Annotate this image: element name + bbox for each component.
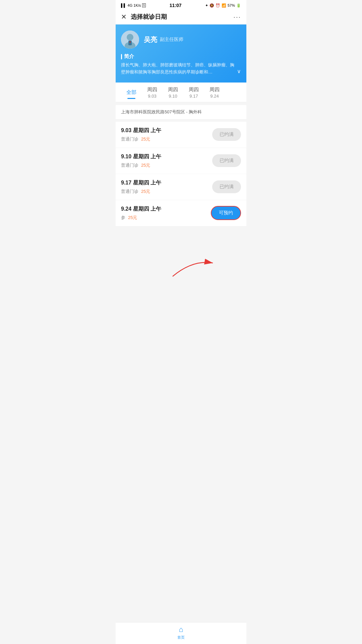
bottom-navigation: ⌂ 首页 <box>116 622 246 644</box>
expand-icon[interactable]: ∨ <box>237 67 241 76</box>
arrow-svg <box>166 256 220 280</box>
appointment-type-2: 普通门诊 25元 <box>121 162 212 168</box>
doctor-name-title: 吴亮 副主任医师 <box>144 35 183 44</box>
avatar-svg <box>121 31 139 49</box>
hospital-name: 上海市肺科医院政民路507号院区 - 胸外科 <box>121 109 202 114</box>
avatar-placeholder <box>121 31 139 49</box>
appointment-type-label-1: 普通门诊 <box>121 136 138 142</box>
network-type: 4G 1K/s <box>128 3 141 7</box>
appointment-type-3: 普通门诊 25元 <box>121 189 212 195</box>
home-nav-item[interactable]: ⌂ 首页 <box>177 625 185 640</box>
appointment-type-label-4: 参 <box>121 215 125 221</box>
tab-all[interactable]: 全部 <box>121 85 142 99</box>
battery-icon: 🔋 <box>236 3 241 8</box>
tab-thu-910-date: 9.10 <box>169 94 177 99</box>
tab-thu-910-weekday: 周四 <box>168 87 178 93</box>
intro-section: 简介 擅长气胸、肺大疱、肺部磨玻璃结节、肺癌、纵膈肿瘤、胸壁肿瘤和脓胸等胸部良恶… <box>121 53 241 76</box>
booked-button-2: 已约满 <box>212 154 241 167</box>
status-left: ▌▌ 4G 1K/s 🅂 <box>121 3 146 7</box>
appointment-type-4: 参 25元 <box>121 215 211 221</box>
appointment-item-4: 9.24 星期四 上午 参 25元 可预约 <box>116 200 246 226</box>
date-tabs: 全部 周四 9.03 周四 9.10 周四 9.17 周四 9.24 <box>116 83 246 102</box>
home-label: 首页 <box>177 635 185 640</box>
nav-bar: ✕ 选择就诊日期 ··· <box>116 9 246 24</box>
status-right: ✦ 🔕 ⏰ 📶 57% 🔋 <box>205 3 241 8</box>
appointment-item-2: 9.10 星期四 上午 普通门诊 25元 已约满 <box>116 148 246 174</box>
sim-icon: 🅂 <box>142 3 146 7</box>
available-button-4[interactable]: 可预约 <box>211 206 241 220</box>
appointment-price-2: 25元 <box>141 162 150 168</box>
status-time: 11:07 <box>170 3 182 8</box>
signal-icon: ▌▌ <box>121 3 126 7</box>
battery-level: 57% <box>228 3 235 7</box>
appointment-date-4: 9.24 星期四 上午 <box>121 206 211 213</box>
appointment-type-label-3: 普通门诊 <box>121 189 138 195</box>
appointment-info-3: 9.17 星期四 上午 普通门诊 25元 <box>121 179 212 195</box>
doctor-info-row: 吴亮 副主任医师 <box>121 31 241 49</box>
tab-thu-910[interactable]: 周四 9.10 <box>163 83 183 102</box>
close-button[interactable]: ✕ <box>121 13 127 20</box>
alarm-icon: ⏰ <box>216 3 220 8</box>
appointment-type-label-2: 普通门诊 <box>121 162 138 168</box>
svg-point-1 <box>127 34 133 41</box>
appointment-info-4: 9.24 星期四 上午 参 25元 <box>121 206 211 221</box>
bluetooth-icon: ✦ <box>205 3 208 8</box>
intro-label: 简介 <box>121 53 241 60</box>
hospital-info: 上海市肺科医院政民路507号院区 - 胸外科 <box>116 105 246 119</box>
booked-button-1: 已约满 <box>212 128 241 141</box>
doctor-card: 吴亮 副主任医师 简介 擅长气胸、肺大疱、肺部磨玻璃结节、肺癌、纵膈肿瘤、胸壁肿… <box>116 24 246 83</box>
avatar <box>121 31 139 49</box>
wifi-icon: 📶 <box>222 3 226 8</box>
appointment-price-3: 25元 <box>141 189 150 195</box>
doctor-name-section: 吴亮 副主任医师 <box>144 35 183 44</box>
appointment-price-1: 25元 <box>141 136 150 142</box>
doctor-name: 吴亮 <box>144 35 157 44</box>
appointment-date-1: 9.03 星期四 上午 <box>121 127 212 134</box>
tab-thu-903[interactable]: 周四 9.03 <box>142 83 163 102</box>
appointment-info-2: 9.10 星期四 上午 普通门诊 25元 <box>121 153 212 168</box>
arrow-annotation <box>116 253 246 280</box>
doctor-professional-title: 副主任医师 <box>160 37 183 43</box>
tab-thu-924[interactable]: 周四 9.24 <box>204 83 225 102</box>
appointment-date-2: 9.10 星期四 上午 <box>121 153 212 160</box>
tab-thu-924-date: 9.24 <box>210 94 219 99</box>
tab-thu-924-weekday: 周四 <box>209 87 220 93</box>
home-icon: ⌂ <box>179 625 183 634</box>
mute-icon: 🔕 <box>209 3 214 8</box>
appointment-list: 9.03 星期四 上午 普通门诊 25元 已约满 9.10 星期四 上午 普通门… <box>116 122 246 226</box>
tab-thu-903-weekday: 周四 <box>147 87 157 93</box>
appointment-item-3: 9.17 星期四 上午 普通门诊 25元 已约满 <box>116 174 246 200</box>
tab-thu-917[interactable]: 周四 9.17 <box>183 83 204 102</box>
appointment-type-1: 普通门诊 25元 <box>121 136 212 142</box>
tab-thu-903-date: 9.03 <box>148 94 156 99</box>
appointment-item-1: 9.03 星期四 上午 普通门诊 25元 已约满 <box>116 122 246 148</box>
tab-all-label: 全部 <box>126 89 136 96</box>
more-button[interactable]: ··· <box>233 13 241 21</box>
appointment-info-1: 9.03 星期四 上午 普通门诊 25元 <box>121 127 212 142</box>
booked-button-3: 已约满 <box>212 180 241 193</box>
status-bar: ▌▌ 4G 1K/s 🅂 11:07 ✦ 🔕 ⏰ 📶 57% 🔋 <box>116 0 246 9</box>
page-title: 选择就诊日期 <box>131 13 233 21</box>
tab-thu-917-weekday: 周四 <box>189 87 199 93</box>
tab-thu-917-date: 9.17 <box>189 94 198 99</box>
appointment-date-3: 9.17 星期四 上午 <box>121 179 212 186</box>
intro-text: 擅长气胸、肺大疱、肺部磨玻璃结节、肺癌、纵膈肿瘤、胸壁肿瘤和脓胸等胸部良恶性疾病… <box>121 62 241 76</box>
intro-content: 擅长气胸、肺大疱、肺部磨玻璃结节、肺癌、纵膈肿瘤、胸壁肿瘤和脓胸等胸部良恶性疾病… <box>121 62 236 76</box>
appointment-price-4: 25元 <box>128 215 137 221</box>
